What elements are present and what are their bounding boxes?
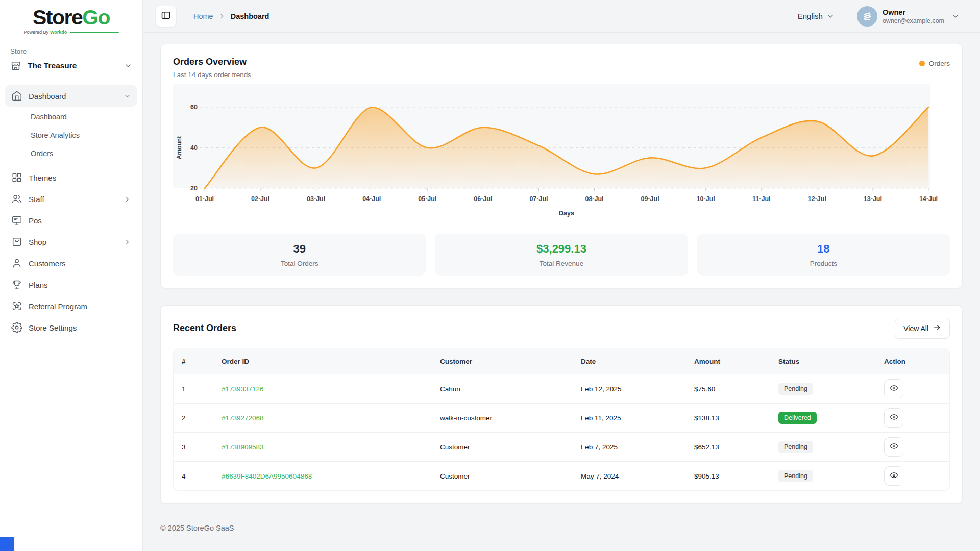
sidebar-item-label: Themes: [29, 173, 131, 182]
sidebar-subitem-orders[interactable]: Orders: [23, 144, 137, 163]
language-selector[interactable]: English: [798, 12, 835, 20]
amount-cell: $138.13: [686, 414, 770, 422]
sidebar-item-plans[interactable]: Plans: [5, 274, 137, 295]
order-id-link[interactable]: #1739337126: [222, 385, 264, 393]
sidebar-item-shop[interactable]: Shop: [5, 231, 137, 253]
tagline-underline: [70, 32, 118, 33]
stat-value: $3,299.13: [435, 242, 688, 256]
svg-text:14-Jul: 14-Jul: [919, 195, 938, 203]
sidebar-item-customers[interactable]: Customers: [5, 253, 137, 274]
app-root: StoreGo Powered By Workdo Store The Trea…: [0, 0, 980, 551]
bag-icon: [11, 236, 22, 247]
debugbar-toggle-button[interactable]: [0, 537, 14, 551]
sidebar-submenu: DashboardStore AnalyticsOrders: [23, 108, 137, 163]
sidebar-item-themes[interactable]: Themes: [5, 167, 137, 188]
sidebar-item-pos[interactable]: Pos: [5, 210, 137, 231]
eye-icon: [890, 384, 898, 394]
user-email: owner@example.com: [883, 17, 944, 24]
customer-cell: walk-in-customer: [432, 414, 573, 422]
svg-text:Days: Days: [559, 210, 574, 217]
sidebar-item-dashboard[interactable]: Dashboard: [5, 85, 137, 107]
user-icon: [11, 258, 22, 269]
tagline-brand: Workdo: [50, 30, 67, 35]
legend-dot: [919, 61, 925, 66]
breadcrumb: Home Dashboard: [193, 12, 269, 20]
recent-orders-card: Recent Orders View All #Order IDCustomer…: [160, 305, 963, 504]
table-row: 2#1739272068walk-in-customerFeb 11, 2025…: [174, 403, 949, 432]
date-cell: Feb 12, 2025: [573, 385, 686, 393]
svg-text:12-Jul: 12-Jul: [808, 195, 826, 203]
view-order-button[interactable]: [884, 379, 903, 398]
brand-tagline: Powered By Workdo: [24, 30, 119, 35]
table-row: 3#1738909583CustomerFeb 7, 2025$652.13Pe…: [174, 432, 949, 461]
view-all-button[interactable]: View All: [895, 318, 950, 339]
panel-left-icon: [161, 10, 171, 22]
svg-text:20: 20: [190, 185, 198, 192]
sidebar-item-label: Customers: [29, 259, 131, 268]
stat-products: 18Products: [697, 234, 950, 276]
amount-cell: $75.60: [686, 385, 770, 393]
view-order-button[interactable]: [884, 437, 903, 457]
date-cell: May 7, 2024: [573, 472, 686, 480]
svg-text:07-Jul: 07-Jul: [529, 195, 548, 203]
storefront-icon: [10, 60, 21, 71]
arrow-right-icon: [933, 323, 941, 333]
stat-value: 39: [173, 242, 426, 256]
row-number: 3: [174, 443, 213, 451]
svg-text:04-Jul: 04-Jul: [362, 195, 381, 203]
column-header-date: Date: [573, 358, 686, 365]
svg-text:01-Jul: 01-Jul: [195, 195, 214, 203]
amount-cell: $905.13: [686, 472, 770, 480]
avatar: [857, 6, 877, 27]
svg-text:60: 60: [190, 104, 198, 111]
view-order-button[interactable]: [884, 408, 903, 428]
user-menu[interactable]: Owner owner@example.com: [857, 6, 960, 27]
order-id-link[interactable]: #6639F8402D6A9950604868: [222, 472, 312, 480]
sidebar-item-staff[interactable]: Staff: [5, 188, 137, 210]
column-header-status: Status: [770, 358, 876, 365]
user-name: Owner: [883, 8, 944, 17]
sidebar-subitem-store-analytics[interactable]: Store Analytics: [23, 126, 137, 144]
status-badge: Pending: [778, 470, 813, 482]
column-header-action: Action: [876, 358, 949, 365]
area-chart-svg: 20406001-Jul02-Jul03-Jul04-Jul05-Jul06-J…: [173, 84, 952, 222]
stat-label: Total Revenue: [435, 260, 688, 267]
date-cell: Feb 11, 2025: [573, 414, 686, 422]
eye-icon: [890, 413, 898, 423]
topbar: Home Dashboard English Owner owner@examp…: [143, 0, 980, 33]
column-header-customer: Customer: [432, 358, 573, 365]
breadcrumb-current: Dashboard: [231, 12, 270, 20]
tagline-prefix: Powered By: [24, 30, 49, 35]
svg-text:Amount: Amount: [176, 136, 183, 159]
table-row: 1#1739337126CahunFeb 12, 2025$75.60Pendi…: [174, 374, 949, 403]
sidebar-item-label: Shop: [29, 238, 117, 246]
eye-icon: [890, 471, 898, 481]
order-id-link[interactable]: #1739272068: [222, 414, 264, 422]
breadcrumb-home[interactable]: Home: [193, 12, 213, 20]
svg-text:09-Jul: 09-Jul: [641, 195, 659, 203]
recent-orders-header: Recent Orders View All: [173, 318, 950, 339]
topbar-right: English Owner owner@example.com: [798, 6, 960, 27]
grid-icon: [11, 172, 22, 183]
referral-icon: [11, 300, 22, 312]
recent-orders-title: Recent Orders: [173, 323, 236, 334]
sidebar-item-label: Referral Program: [29, 302, 131, 311]
svg-text:10-Jul: 10-Jul: [697, 195, 715, 203]
table-header-row: #Order IDCustomerDateAmountStatusAction: [174, 348, 949, 374]
sidebar-item-referral-program[interactable]: Referral Program: [5, 295, 137, 317]
sidebar-subitem-dashboard[interactable]: Dashboard: [23, 108, 137, 126]
store-section-label: Store: [10, 47, 142, 55]
order-id-link[interactable]: #1738909583: [222, 443, 264, 451]
status-badge: Delivered: [778, 412, 817, 424]
view-order-button[interactable]: [884, 466, 903, 486]
brand-logo[interactable]: StoreGo: [0, 6, 142, 29]
svg-text:03-Jul: 03-Jul: [307, 195, 325, 203]
sidebar-toggle-button[interactable]: [155, 6, 177, 27]
svg-text:08-Jul: 08-Jul: [585, 195, 603, 203]
column-header-: #: [174, 358, 213, 365]
recent-orders-table: #Order IDCustomerDateAmountStatusAction1…: [173, 348, 950, 491]
store-selector[interactable]: The Treasure: [0, 60, 142, 81]
table-row: 4#6639F8402D6A9950604868CustomerMay 7, 2…: [174, 461, 949, 490]
svg-text:40: 40: [190, 144, 198, 152]
sidebar-item-store-settings[interactable]: Store Settings: [5, 317, 137, 338]
